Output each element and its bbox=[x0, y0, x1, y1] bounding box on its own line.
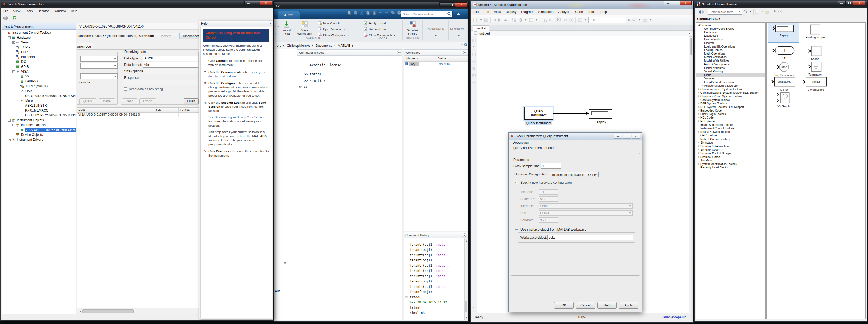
search-icon[interactable] bbox=[447, 12, 451, 17]
maximize-button[interactable] bbox=[845, 1, 854, 5]
fit-view-icon[interactable] bbox=[472, 74, 476, 78]
help-icon[interactable]: ? bbox=[397, 11, 401, 15]
tree-expander-minus-icon[interactable]: − bbox=[17, 100, 19, 102]
library-block-scope[interactable]: Scope bbox=[800, 45, 830, 59]
tree-item-tcpip[interactable]: TCPIP bbox=[2, 45, 76, 50]
menu-view[interactable]: View bbox=[11, 8, 23, 14]
maximize-button[interactable] bbox=[447, 2, 455, 7]
open-variable-button[interactable]: Open Variable▼ bbox=[318, 26, 349, 32]
library-tree-hdl-verifier[interactable]: HDL Verifier bbox=[696, 119, 766, 123]
canvas-vertical-scrollbar[interactable] bbox=[689, 36, 692, 313]
simulink-titlebar[interactable]: untitled * - Simulink academic use bbox=[471, 1, 693, 9]
collapsed-arrow-icon[interactable] bbox=[698, 88, 701, 90]
tree-expander-minus-icon[interactable]: − bbox=[17, 90, 19, 92]
tree-item-asrl1-instr[interactable]: ASRL1::INSTR bbox=[2, 103, 76, 108]
cancel-button[interactable]: Cancel bbox=[576, 302, 595, 308]
new-script-icon[interactable] bbox=[347, 11, 351, 15]
minimize-button[interactable]: — bbox=[614, 134, 622, 139]
menu-analysis[interactable]: Analysis bbox=[556, 9, 573, 14]
close-button[interactable]: × bbox=[680, 1, 692, 5]
connect-button[interactable]: Connect bbox=[154, 33, 177, 39]
library-tree-fuzzy-logic-toolbox[interactable]: Fuzzy Logic Toolbox bbox=[696, 112, 766, 116]
copy-icon[interactable] bbox=[366, 11, 370, 15]
simulink-menubar[interactable]: FileEditViewDisplayDiagramSimulationAnal… bbox=[471, 9, 693, 15]
library-tree-model-verification[interactable]: Model Verification bbox=[696, 55, 766, 59]
menu-tools[interactable]: Tools bbox=[585, 9, 598, 14]
data-format-field[interactable]: %c bbox=[143, 62, 198, 67]
palette-overflow-icon[interactable]: » bbox=[472, 305, 474, 310]
tree-expander-minus-icon[interactable]: − bbox=[8, 36, 10, 39]
environment-section[interactable]: ENVIRONMENT▼ bbox=[425, 28, 447, 37]
display-block[interactable] bbox=[589, 109, 612, 119]
library-tree-neural-network-toolbox[interactable]: Neural Network Toolbox bbox=[696, 130, 766, 134]
search-history-dropdown-icon[interactable]: ▼ bbox=[739, 10, 741, 13]
query-button[interactable]: Query bbox=[79, 98, 96, 104]
library-tree-embedded-coder[interactable]: Embedded Coder bbox=[696, 109, 766, 112]
session-log-tab[interactable]: ession Log bbox=[77, 43, 93, 50]
tree-item-pxi0-memacc[interactable]: PXI0::MEMACC bbox=[2, 108, 76, 113]
tree-expander-plus-icon[interactable]: + bbox=[8, 139, 10, 141]
collapsed-arrow-icon[interactable] bbox=[698, 163, 701, 165]
collapsed-arrow-icon[interactable] bbox=[698, 106, 701, 108]
tm-menubar[interactable]: FileViewToolsDesktopWindowHelp bbox=[1, 8, 273, 14]
maximize-button[interactable] bbox=[672, 1, 680, 5]
library-tree-opc-toolbox[interactable]: OPC Toolbox bbox=[696, 134, 766, 137]
block-sample-time-field[interactable]: 1 bbox=[541, 163, 561, 169]
library-tree-discrete[interactable]: Discrete bbox=[696, 41, 766, 45]
command-history-header[interactable]: Command History bbox=[404, 232, 468, 238]
annotation-icon[interactable]: A bbox=[472, 46, 476, 50]
details-collapse-icon[interactable]: ▼ bbox=[284, 262, 286, 265]
new-variable-button[interactable]: New Variable bbox=[318, 20, 349, 26]
timeout-field[interactable]: 10 bbox=[539, 189, 558, 195]
tree-item-serial[interactable]: +Serial bbox=[2, 40, 76, 45]
collapsed-arrow-icon[interactable] bbox=[698, 141, 701, 144]
new-model-icon[interactable] bbox=[473, 18, 478, 22]
step-back-icon[interactable] bbox=[549, 18, 553, 22]
minimize-button[interactable]: — bbox=[837, 1, 846, 5]
library-tree-computer-vision-system-toolbox[interactable]: Computer Vision System Toolbox bbox=[696, 94, 766, 98]
library-block-xy-graph[interactable]: XY Graph bbox=[768, 91, 800, 107]
library-block-stop-simulation[interactable]: STOPStop Simulation bbox=[768, 60, 800, 75]
panel-menu-icon[interactable] bbox=[463, 51, 466, 54]
sending-combo-2[interactable] bbox=[81, 63, 118, 68]
history-line[interactable]: fprintf(obj1, ':meas... bbox=[404, 284, 464, 289]
use-interface-object-radio[interactable]: Use interface object from MATLAB workspa… bbox=[515, 228, 587, 231]
import-data-button[interactable]: Import Data bbox=[279, 21, 294, 35]
back-icon[interactable] bbox=[493, 18, 496, 22]
search-documentation-input[interactable] bbox=[401, 11, 453, 17]
breadcrumb-item-documents[interactable]: Documents bbox=[316, 44, 332, 48]
breadcrumb-dropdown-icon[interactable]: ▼ bbox=[461, 44, 463, 47]
save-icon[interactable] bbox=[353, 11, 358, 15]
workspace-header[interactable]: Workspace bbox=[404, 50, 468, 56]
library-tree-communications-system-toolbox-hdl-support[interactable]: Communications System Toolbox HDL Suppor… bbox=[696, 91, 766, 94]
area-icon[interactable] bbox=[472, 53, 476, 56]
history-line[interactable]: fscanf(obj1) bbox=[404, 258, 464, 263]
tree-expander-plus-icon[interactable]: + bbox=[12, 41, 15, 44]
menu-file[interactable]: File bbox=[471, 9, 481, 14]
maximize-button[interactable] bbox=[623, 134, 631, 139]
dialog-titlebar[interactable]: Block Parameters: Query Instrument — × bbox=[509, 132, 642, 140]
library-tree-simulink[interactable]: Simulink bbox=[696, 23, 766, 27]
tree-item-visa[interactable]: −VISA bbox=[2, 69, 76, 74]
table-header-data[interactable]: Data bbox=[77, 108, 154, 112]
minimize-button[interactable]: — bbox=[664, 1, 672, 5]
up-icon[interactable] bbox=[504, 17, 507, 21]
history-line[interactable]: %-- 30.09.2015 14:12... bbox=[404, 300, 464, 305]
tree-item-vxi[interactable]: VXI bbox=[2, 74, 76, 79]
collapsed-arrow-icon[interactable] bbox=[698, 91, 701, 94]
workspace-object-field[interactable]: obj1 bbox=[547, 235, 633, 240]
library-block-terminator[interactable]: Terminator bbox=[800, 60, 830, 75]
history-line[interactable]: fscanf(obj1) bbox=[404, 289, 464, 295]
update-diagram-icon[interactable] bbox=[542, 18, 547, 22]
variable-name[interactable]: obj1 bbox=[409, 62, 418, 66]
display-block-label[interactable]: Display bbox=[589, 120, 612, 124]
interface-field[interactable]: Serial bbox=[539, 203, 633, 209]
open-folder-icon[interactable] bbox=[765, 10, 769, 14]
hide-browser-icon[interactable] bbox=[472, 39, 476, 42]
library-tree-math-operations[interactable]: Math Operations bbox=[696, 52, 766, 55]
collapsed-arrow-icon[interactable] bbox=[698, 145, 701, 147]
viewmark-icon[interactable] bbox=[472, 60, 476, 63]
toolbar-overflow-icon[interactable]: » bbox=[628, 18, 630, 22]
help-button[interactable]: Help bbox=[597, 302, 617, 308]
pin-icon[interactable] bbox=[773, 9, 776, 14]
